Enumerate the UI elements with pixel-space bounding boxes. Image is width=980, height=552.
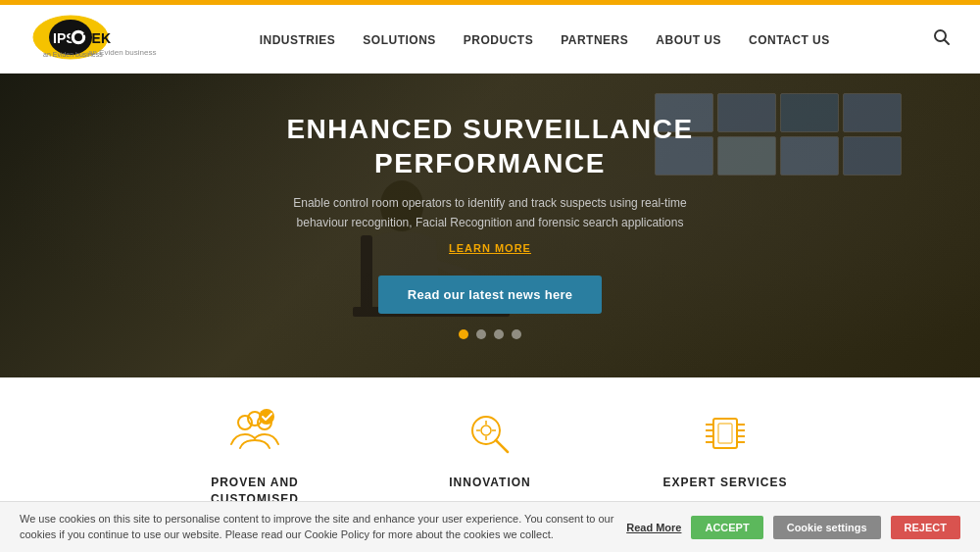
nav-item-about[interactable]: ABOUT US (656, 30, 721, 48)
cookie-settings-button[interactable]: Cookie settings (773, 516, 881, 539)
cta-button[interactable]: Read our latest news here (378, 276, 603, 314)
nav-item-partners[interactable]: PARTNERS (561, 30, 628, 48)
svg-rect-32 (718, 424, 732, 443)
cookie-consent-bar: We use cookies on this site to personali… (0, 501, 980, 552)
svg-point-15 (259, 409, 274, 425)
main-nav: INDUSTRIES SOLUTIONS PRODUCTS PARTNERS A… (260, 30, 830, 48)
hero-title: ENHANCED SURVEILLANCE PERFORMANCE (284, 112, 696, 180)
feature-innovation-title: INNOVATION (449, 475, 531, 491)
svg-text:TEK: TEK (83, 30, 111, 46)
nav-list: INDUSTRIES SOLUTIONS PRODUCTS PARTNERS A… (260, 30, 830, 48)
circuit-icon (696, 407, 755, 461)
svg-line-8 (944, 39, 949, 44)
cookie-message: We use cookies on this site to personali… (20, 512, 616, 542)
logo[interactable]: IPS TEK an Eviden business an Eviden bus… (29, 12, 156, 66)
carousel-dots (284, 329, 696, 339)
logo-subtext: an Eviden business (88, 48, 156, 57)
reject-cookies-button[interactable]: REJECT (891, 516, 960, 539)
feature-expert-title: EXPERT SERVICES (663, 475, 788, 491)
cookie-read-more-link[interactable]: Read More (626, 522, 681, 533)
search-icon[interactable] (933, 28, 951, 50)
learn-more-link[interactable]: LEARN MORE (284, 242, 696, 254)
nav-item-products[interactable]: PRODUCTS (464, 30, 533, 48)
dot-4[interactable] (512, 329, 521, 339)
accept-cookies-button[interactable]: ACCEPT (691, 516, 762, 539)
hero-description: Enable control room operators to identif… (284, 194, 696, 231)
nav-item-industries[interactable]: INDUSTRIES (260, 30, 336, 48)
team-icon (225, 407, 284, 461)
logo-svg: IPS TEK an Eviden business (29, 12, 147, 66)
hero-content: ENHANCED SURVEILLANCE PERFORMANCE Enable… (284, 112, 696, 338)
svg-point-4 (74, 33, 82, 41)
search-gear-icon (461, 407, 519, 461)
site-header: IPS TEK an Eviden business an Eviden bus… (0, 5, 980, 74)
svg-line-17 (496, 440, 508, 452)
nav-item-solutions[interactable]: SOLUTIONS (363, 30, 436, 48)
svg-point-18 (481, 426, 491, 435)
dot-3[interactable] (494, 329, 504, 339)
hero-section: ENHANCED SURVEILLANCE PERFORMANCE Enable… (0, 74, 980, 377)
nav-item-contact[interactable]: CONTACT US (749, 30, 830, 48)
dot-1[interactable] (459, 329, 468, 339)
dot-2[interactable] (476, 329, 486, 339)
